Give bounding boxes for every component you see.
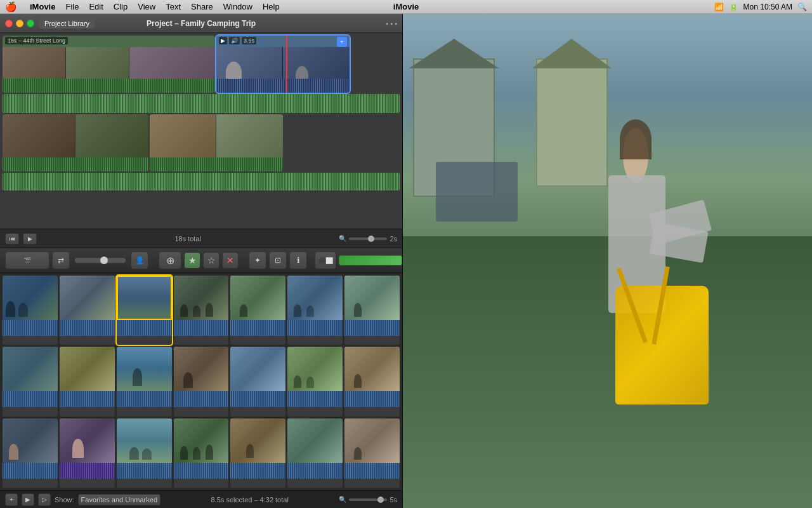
zoom-track[interactable]: [349, 237, 387, 240]
event-grid: [0, 273, 402, 490]
menu-edit[interactable]: Edit: [84, 0, 108, 13]
preview-area[interactable]: [403, 14, 812, 508]
event-play-button[interactable]: ▶: [22, 493, 34, 506]
search-icon[interactable]: 🔍: [797, 3, 807, 11]
timeline-row-2: [3, 114, 400, 171]
toolbar-center: ⊕ ★ ☆ ✕: [159, 251, 239, 269]
event-clip-1[interactable]: [3, 276, 58, 345]
maximize-button[interactable]: [27, 20, 34, 27]
timeline-info: 18s total: [41, 235, 335, 243]
event-clip-11[interactable]: [174, 347, 229, 416]
swap-button[interactable]: ⇄: [52, 251, 70, 269]
event-clip-10[interactable]: [117, 347, 172, 416]
clip-label: 18s – 44th Street Long: [5, 37, 68, 44]
timeline-area[interactable]: 18s – 44th Street Long ▶ 🔊 3: [0, 33, 402, 229]
camera-button[interactable]: 👤: [131, 251, 148, 269]
audio-level-bar: [339, 255, 402, 265]
mark-favorite-button[interactable]: ★: [184, 252, 200, 269]
mark-unfavorite-button[interactable]: ☆: [203, 252, 219, 269]
crop-button[interactable]: ⊡: [269, 251, 287, 269]
menu-imovie[interactable]: iMovie: [25, 0, 60, 13]
themes-button[interactable]: ⬛⬜: [315, 251, 336, 269]
event-clip-14[interactable]: [344, 347, 400, 416]
event-clip-5[interactable]: [230, 276, 285, 345]
project-dots[interactable]: • • •: [386, 20, 397, 27]
show-label: Show:: [55, 496, 74, 504]
left-panel: Project Library Project – Family Camping…: [0, 14, 403, 508]
reject-button[interactable]: ✕: [222, 252, 239, 269]
event-zoom-thumb[interactable]: [377, 497, 384, 503]
preview-video: [403, 14, 812, 508]
wifi-icon: 📶: [714, 3, 724, 11]
event-clip-3[interactable]: [117, 276, 172, 345]
audio-track[interactable]: [3, 94, 400, 113]
event-clip-19[interactable]: [230, 418, 285, 488]
enhance-button[interactable]: ✦: [249, 251, 266, 269]
menu-file[interactable]: File: [60, 0, 84, 13]
show-select[interactable]: Favorites and Unmarked: [78, 494, 160, 505]
event-clip-8[interactable]: [3, 347, 58, 416]
event-clip-20[interactable]: [287, 418, 343, 488]
event-clip-18[interactable]: [174, 418, 229, 488]
event-add-button[interactable]: +: [5, 493, 18, 506]
toolbar-right-edit: ✦ ⊡ ℹ: [249, 251, 307, 269]
event-clip-9[interactable]: [60, 347, 115, 416]
event-clip-17[interactable]: [117, 418, 172, 488]
menu-view[interactable]: View: [133, 0, 160, 13]
audio-track-2[interactable]: [3, 173, 400, 190]
toolbar-left: 🎬 ⇄ 👤: [5, 251, 148, 269]
menu-text[interactable]: Text: [160, 0, 186, 13]
add-icon: ⊕: [166, 255, 174, 267]
info-button[interactable]: ℹ: [289, 251, 307, 269]
timeline-clip-1[interactable]: 18s – 44th Street Long: [3, 36, 215, 93]
event-clip-13[interactable]: [287, 347, 343, 416]
right-panel: [403, 14, 812, 508]
event-play-full-button[interactable]: ▷: [38, 493, 51, 506]
event-clip-6[interactable]: [287, 276, 343, 345]
event-bottom-bar: + ▶ ▷ Show: Favorites and Unmarked 8.5s …: [0, 490, 402, 508]
battery-icon: 🔋: [729, 3, 738, 11]
traffic-lights: [5, 20, 34, 27]
play-button[interactable]: ▶: [23, 233, 37, 244]
close-button[interactable]: [5, 20, 13, 27]
timeline-clip-2[interactable]: ▶ 🔊 3.5s +: [216, 36, 350, 93]
event-clip-12[interactable]: [230, 347, 285, 416]
event-zoom-label: 5s: [390, 496, 397, 504]
minimize-button[interactable]: [16, 20, 23, 27]
app-title: iMovie: [393, 2, 419, 11]
event-clip-7[interactable]: [344, 276, 400, 345]
project-tabs: Project Library: [39, 18, 95, 29]
slider-track[interactable]: [75, 258, 126, 263]
zoom-label: 2s: [390, 235, 397, 243]
timeline-controls: ⏮ ▶ 18s total 🔍 2s: [0, 229, 402, 248]
timeline-clip-4[interactable]: [150, 114, 283, 171]
event-zoom-track[interactable]: [349, 498, 387, 501]
timeline-clip-3[interactable]: [3, 114, 148, 171]
event-browser: + ▶ ▷ Show: Favorites and Unmarked 8.5s …: [0, 273, 402, 508]
menu-bar: 🍎 iMovie File Edit Clip View Text Share …: [0, 0, 812, 14]
project-title: Project – Family Camping Trip: [147, 19, 256, 28]
event-clip-21[interactable]: [344, 418, 400, 488]
event-clip-15[interactable]: [3, 418, 58, 488]
menu-share[interactable]: Share: [186, 0, 218, 13]
toolbar: 🎬 ⇄ 👤 ⊕ ★ ☆ ✕ ✦ ⊡ ℹ: [0, 248, 402, 273]
event-clip-16[interactable]: [60, 418, 115, 488]
tab-project-library[interactable]: Project Library: [39, 18, 95, 29]
slider-thumb[interactable]: [100, 257, 108, 264]
menu-window[interactable]: Window: [218, 0, 258, 13]
menu-bar-right: 📶 🔋 Mon 10:50 AM 🔍: [714, 0, 807, 13]
project-header: Project Library Project – Family Camping…: [0, 14, 402, 33]
event-clip-2[interactable]: [60, 276, 115, 345]
event-clip-4[interactable]: [174, 276, 229, 345]
main-area: Project Library Project – Family Camping…: [0, 14, 812, 508]
add-to-project-button[interactable]: ⊕: [159, 251, 181, 269]
project-library-button[interactable]: 🎬: [5, 251, 49, 269]
film-icon: 🎬: [23, 257, 31, 264]
play-beginning-button[interactable]: ⏮: [5, 233, 19, 244]
event-stats: 8.5s selected – 4:32 total: [164, 496, 335, 504]
apple-menu[interactable]: 🍎: [5, 1, 17, 13]
event-zoom: 🔍 5s: [339, 496, 397, 504]
clock: Mon 10:50 AM: [743, 3, 792, 11]
menu-help[interactable]: Help: [258, 0, 285, 13]
menu-clip[interactable]: Clip: [108, 0, 133, 13]
